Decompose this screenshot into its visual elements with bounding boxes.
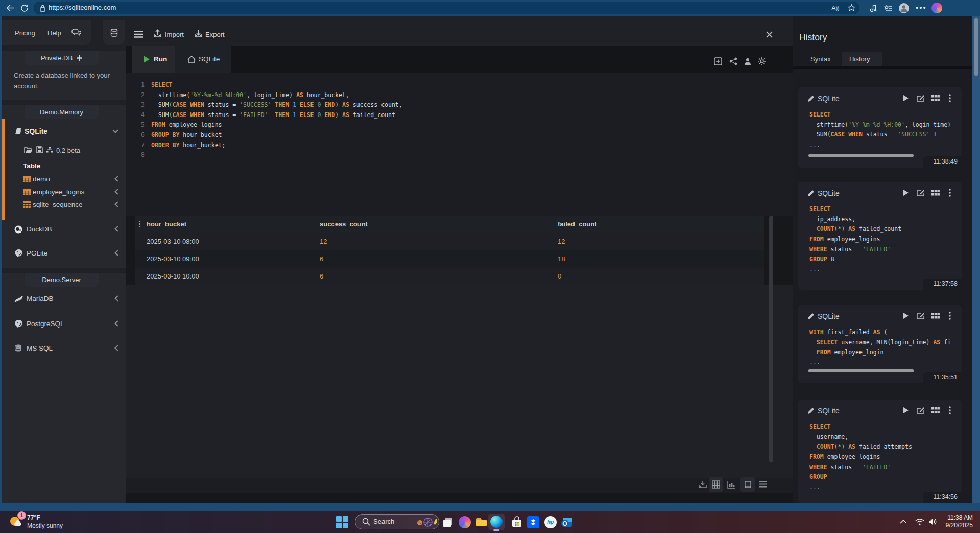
close-icon[interactable] <box>766 31 773 38</box>
demo-server-label: Demo.Server <box>42 276 81 284</box>
user-icon[interactable] <box>744 57 752 65</box>
database-panel-button[interactable] <box>103 20 125 45</box>
share-icon[interactable] <box>729 57 737 65</box>
add-tab-icon[interactable] <box>714 57 722 65</box>
sidebar-table-demo[interactable]: demo <box>33 175 50 183</box>
import-button[interactable]: Import <box>165 31 184 38</box>
download-results-icon[interactable] <box>699 480 707 489</box>
private-db-header[interactable]: Private.DB <box>25 51 99 65</box>
import-icon[interactable] <box>153 29 162 38</box>
grid-view-button[interactable] <box>709 477 723 492</box>
url-text[interactable]: https://sqliteonline.com <box>49 4 116 11</box>
sidebar-engine-mariadb[interactable]: MariaDB <box>27 295 54 303</box>
history-entry[interactable]: SQLite WITH first_failed AS ( SELECT use… <box>798 305 962 383</box>
open-file-icon[interactable] <box>24 147 33 154</box>
table-row[interactable]: 2025-03-10 10:00 6 0 <box>135 268 764 285</box>
weather-condition: Mostly sunny <box>27 522 63 529</box>
svg-text:O: O <box>562 520 567 527</box>
wifi-icon[interactable] <box>915 518 924 525</box>
grid-entry-icon[interactable] <box>931 312 940 319</box>
edit-entry-icon[interactable] <box>917 407 924 414</box>
export-icon[interactable] <box>194 29 203 38</box>
kebab-menu-icon[interactable] <box>949 189 951 197</box>
sidebar-engine-duckdb[interactable]: DuckDB <box>27 225 52 233</box>
sidebar-engine-sqlite[interactable]: SQLite <box>25 127 47 135</box>
plus-icon[interactable] <box>77 55 82 61</box>
hp-icon[interactable]: hp <box>544 516 557 528</box>
favorite-star-icon[interactable] <box>848 4 855 12</box>
chat-icon[interactable] <box>71 29 81 37</box>
sidebar-engine-pglite[interactable]: PGLite <box>27 249 47 257</box>
run-button[interactable] <box>132 46 175 73</box>
entry-engine: SQLite <box>818 95 840 103</box>
sidebar-engine-postgresql[interactable]: PostgreSQL <box>27 320 64 328</box>
menu-help[interactable]: Help <box>47 29 61 37</box>
kebab-menu-icon[interactable] <box>949 406 951 414</box>
drag-handle-icon[interactable] <box>139 221 140 227</box>
kebab-menu-icon[interactable] <box>949 94 951 102</box>
run-entry-icon[interactable] <box>903 95 909 102</box>
settings-gear-icon[interactable] <box>758 57 766 65</box>
history-entry[interactable]: SQLite SELECT username, COUNT(*) AS fail… <box>798 400 962 503</box>
back-icon[interactable] <box>6 4 15 12</box>
col-header-hour-bucket[interactable]: hour_bucket <box>147 220 186 228</box>
browser-essentials-icon[interactable] <box>869 5 877 12</box>
weather-temp: 77°F <box>27 514 40 521</box>
grid-entry-icon[interactable] <box>931 407 940 414</box>
edit-entry-icon[interactable] <box>917 189 924 196</box>
edit-entry-icon[interactable] <box>917 95 924 102</box>
clock[interactable]: 11:38 AM 9/20/2025 <box>935 514 973 529</box>
chart-view-icon[interactable] <box>727 480 735 489</box>
task-view-icon[interactable] <box>442 516 455 528</box>
taskbar-copilot-icon[interactable] <box>459 516 471 528</box>
grid-entry-icon[interactable] <box>931 95 940 102</box>
sidebar-engine-mssql[interactable]: MS SQL <box>27 344 53 352</box>
pencil-icon <box>807 407 815 414</box>
col-header-failed-count[interactable]: failed_count <box>558 220 597 228</box>
demo-server-header[interactable]: Demo.Server <box>25 273 99 287</box>
table-row[interactable]: 2025-03-10 09:00 6 18 <box>135 250 764 268</box>
settings-more-icon[interactable]: ••• <box>916 3 927 12</box>
run-entry-icon[interactable] <box>903 407 909 414</box>
history-entry[interactable]: SQLite SELECT ip_address, COUNT(*) AS fa… <box>798 182 962 290</box>
dropbox-icon[interactable] <box>527 516 539 528</box>
save-icon[interactable] <box>36 146 43 153</box>
page-scrollbar-thumb[interactable] <box>974 18 978 76</box>
collections-icon[interactable] <box>884 5 893 12</box>
menu-hamburger-icon[interactable] <box>134 31 143 38</box>
entry-scrollbar[interactable] <box>808 154 914 157</box>
list-view-icon[interactable] <box>759 481 767 488</box>
table-row[interactable]: 2025-03-10 08:00 12 12 <box>135 233 764 250</box>
outlook-icon[interactable]: O <box>561 516 573 528</box>
read-aloud-icon[interactable]: A)) <box>831 4 839 12</box>
sidebar-table-sqlite-sequence[interactable]: sqlite_sequence <box>33 201 83 208</box>
tab-syntax[interactable]: Syntax <box>810 55 831 63</box>
col-header-success-count[interactable]: success_count <box>320 220 368 228</box>
file-explorer-icon[interactable] <box>475 516 488 528</box>
sql-editor[interactable]: SELECT strftime('%Y-%m-%d %H:00', login_… <box>151 80 738 160</box>
sidebar-table-employee-logins[interactable]: employee_logins <box>33 188 84 196</box>
copilot-icon[interactable] <box>931 3 942 13</box>
entry-scrollbar[interactable] <box>808 369 914 372</box>
demo-memory-header[interactable]: Demo.Memory <box>25 105 99 119</box>
results-scrollbar[interactable] <box>769 216 773 462</box>
page-scrollbar[interactable] <box>972 16 980 503</box>
menu-pricing[interactable]: Pricing <box>15 29 35 37</box>
start-button[interactable] <box>336 516 348 528</box>
microsoft-store-icon[interactable] <box>511 516 523 528</box>
log-view-button[interactable] <box>740 477 755 492</box>
schema-tree-icon[interactable] <box>46 146 53 153</box>
export-button[interactable]: Export <box>205 31 225 38</box>
run-entry-icon[interactable] <box>903 189 909 196</box>
refresh-icon[interactable] <box>20 4 29 12</box>
edge-icon[interactable] <box>490 516 503 528</box>
divider-band <box>2 45 126 51</box>
tray-chevron-up-icon[interactable] <box>900 520 907 524</box>
edit-entry-icon[interactable] <box>917 312 924 319</box>
address-bar[interactable] <box>34 2 859 14</box>
history-entry[interactable]: SQLite SELECT strftime('%Y-%m-%d %H:00',… <box>798 87 962 168</box>
profile-avatar[interactable] <box>899 3 909 13</box>
run-entry-icon[interactable] <box>903 312 909 319</box>
grid-entry-icon[interactable] <box>931 189 940 196</box>
kebab-menu-icon[interactable] <box>949 312 951 320</box>
